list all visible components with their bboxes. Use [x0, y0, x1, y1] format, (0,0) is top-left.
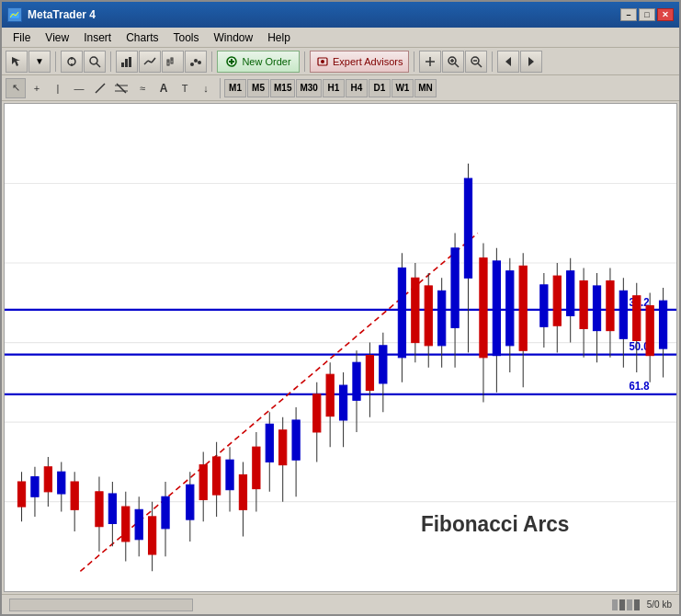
arrow-tool-btn[interactable]	[6, 51, 28, 73]
svg-rect-106	[398, 268, 405, 357]
svg-rect-104	[380, 346, 387, 383]
svg-rect-98	[339, 385, 346, 420]
toolbar-group-2	[61, 51, 106, 73]
svg-rect-96	[326, 374, 334, 416]
svg-rect-124	[519, 266, 527, 350]
svg-rect-110	[425, 286, 432, 346]
nav-right-btn[interactable]	[520, 51, 542, 73]
svg-line-6	[96, 63, 100, 67]
vertical-line-btn[interactable]: |	[48, 78, 68, 98]
svg-rect-120	[493, 261, 500, 356]
horizontal-line-btn[interactable]: —	[69, 78, 89, 98]
chart-type-btn1[interactable]	[116, 51, 138, 73]
menu-view[interactable]: View	[38, 29, 76, 46]
zoom-in-btn[interactable]	[442, 51, 464, 73]
equidistant-btn[interactable]	[111, 78, 131, 98]
grid-cell-3	[627, 599, 632, 610]
svg-rect-114	[451, 248, 459, 328]
grid-cell-4	[634, 599, 640, 610]
svg-rect-132	[580, 281, 587, 329]
sep-tf	[220, 78, 221, 98]
toolbar-main: ▼ Ne	[2, 48, 679, 75]
svg-rect-84	[239, 474, 246, 509]
cursor-tool-btn[interactable]: ↖	[6, 78, 26, 98]
svg-rect-58	[44, 467, 51, 492]
close-button[interactable]: ✕	[657, 8, 674, 21]
trend-line-btn[interactable]	[90, 78, 110, 98]
chart-type-btn2[interactable]	[139, 51, 161, 73]
svg-marker-34	[505, 57, 511, 66]
svg-rect-78	[199, 465, 207, 500]
svg-rect-62	[71, 482, 78, 509]
menu-file[interactable]: File	[6, 29, 38, 46]
zoom-btn[interactable]	[84, 51, 106, 73]
scroll-bar[interactable]	[9, 599, 193, 611]
menu-charts[interactable]: Charts	[119, 29, 165, 46]
timeframe-w1[interactable]: W1	[392, 79, 414, 97]
timeframe-h1[interactable]: H1	[323, 79, 345, 97]
sep6	[492, 51, 493, 72]
svg-text:61.8: 61.8	[630, 380, 651, 392]
svg-rect-60	[58, 472, 65, 494]
crosshair-btn[interactable]: +	[27, 78, 47, 98]
chart-svg: 38.2 50.0 61.8	[5, 104, 676, 591]
svg-rect-94	[313, 394, 321, 432]
timeframe-h4[interactable]: H4	[346, 79, 368, 97]
menu-help[interactable]: Help	[260, 29, 298, 46]
timeframe-m15[interactable]: M15	[270, 79, 295, 97]
svg-rect-74	[162, 496, 169, 529]
arrow-draw-btn[interactable]: ↓	[196, 78, 216, 98]
svg-rect-70	[135, 509, 142, 539]
expert-advisors-button[interactable]: Expert Advisors	[310, 51, 409, 73]
svg-rect-56	[31, 477, 39, 497]
text-btn[interactable]: A	[153, 78, 174, 98]
maximize-button[interactable]: □	[639, 8, 655, 21]
menu-insert[interactable]: Insert	[76, 29, 119, 46]
chart-area[interactable]: 38.2 50.0 61.8	[4, 103, 677, 592]
svg-rect-9	[129, 57, 131, 67]
svg-marker-35	[528, 57, 534, 66]
move-btn[interactable]	[61, 51, 83, 73]
new-order-button[interactable]: New Order	[217, 51, 300, 73]
svg-rect-112	[438, 291, 446, 345]
chart-type-btn4[interactable]	[185, 51, 207, 73]
timeframe-m30[interactable]: M30	[296, 79, 321, 97]
regression-btn[interactable]: ≈	[132, 78, 153, 98]
svg-line-10	[144, 61, 148, 64]
window-title: MetaTrader 4	[28, 8, 96, 21]
menu-bar: File View Insert Charts Tools Window Hel…	[2, 28, 679, 48]
svg-rect-108	[412, 278, 419, 342]
grid-cell-1	[612, 599, 618, 610]
menu-tools[interactable]: Tools	[166, 29, 207, 46]
timeframe-d1[interactable]: D1	[369, 79, 391, 97]
timeframe-m5[interactable]: M5	[247, 79, 269, 97]
fibonacci-label: Fibonacci Arcs	[421, 512, 569, 537]
svg-rect-64	[96, 492, 103, 527]
toolbar-group-3	[116, 51, 207, 73]
svg-point-17	[190, 63, 194, 66]
sep2	[110, 51, 111, 72]
period-sep-btn[interactable]	[419, 51, 441, 73]
svg-line-12	[152, 58, 155, 63]
minimize-button[interactable]: –	[620, 8, 637, 21]
svg-rect-86	[253, 447, 260, 488]
title-bar-buttons: – □ ✕	[620, 8, 674, 21]
label-btn[interactable]: T	[175, 78, 195, 98]
svg-rect-68	[122, 507, 130, 542]
menu-window[interactable]: Window	[207, 29, 261, 46]
svg-rect-122	[506, 271, 514, 346]
dropdown-btn1[interactable]: ▼	[28, 51, 51, 73]
zoom-out-btn[interactable]	[465, 51, 487, 73]
app-icon	[7, 7, 22, 22]
sep4	[304, 51, 305, 72]
timeframe-mn[interactable]: MN	[414, 79, 437, 97]
svg-rect-90	[279, 430, 287, 465]
svg-line-11	[148, 61, 152, 63]
svg-rect-128	[553, 276, 561, 325]
svg-point-5	[90, 57, 97, 64]
svg-rect-116	[464, 178, 471, 278]
toolbar-group-1: ▼	[6, 51, 51, 73]
chart-type-btn3[interactable]	[162, 51, 184, 73]
timeframe-m1[interactable]: M1	[224, 79, 246, 97]
nav-left-btn[interactable]	[497, 51, 519, 73]
